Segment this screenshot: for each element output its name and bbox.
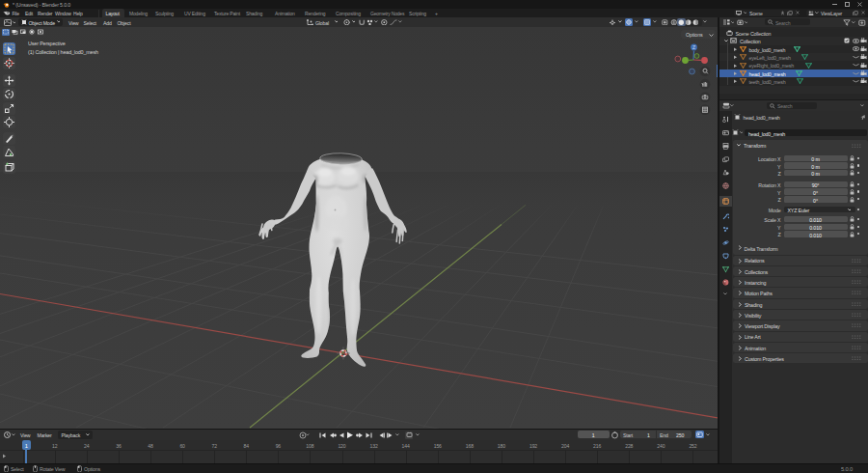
svg-text:Z: Z	[692, 44, 695, 50]
